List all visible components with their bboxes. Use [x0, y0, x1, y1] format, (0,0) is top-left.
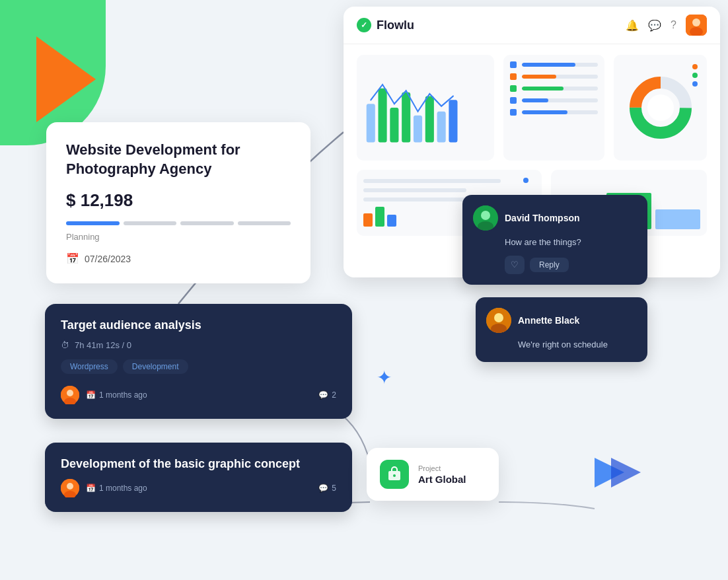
- avatar-inner: [473, 205, 498, 231]
- svg-marker-24: [611, 458, 641, 488]
- header-icons[interactable]: 🔔 💬 ?: [626, 15, 707, 36]
- help-icon[interactable]: ?: [671, 19, 676, 31]
- user-avatar[interactable]: [686, 15, 707, 36]
- v-bar: [387, 215, 396, 227]
- chat-bubble-annette: Annette Black We're right on schedule: [476, 297, 647, 362]
- list-bar-fill: [522, 75, 556, 79]
- task-footer-2: 📅 1 months ago 💬 5: [61, 479, 336, 497]
- list-item: [510, 109, 599, 116]
- mini-bar: [655, 209, 700, 229]
- task-date-value-2: 1 months ago: [99, 484, 147, 493]
- calendar-icon: 📅: [66, 252, 79, 265]
- comments-count-2: 5: [332, 484, 336, 493]
- flowlu-logo: ✓ Flowlu: [357, 18, 414, 32]
- task-comments-2: 💬 5: [318, 484, 336, 493]
- project-bottom-card: Project Art Global: [367, 448, 499, 501]
- list-bar-fill: [522, 63, 575, 67]
- chat-user-row: Annette Black: [486, 308, 637, 333]
- svg-rect-8: [425, 96, 434, 143]
- donut-dot-blue: [692, 81, 698, 87]
- comment-icon-2: 💬: [318, 484, 328, 493]
- reply-button[interactable]: Reply: [530, 258, 569, 272]
- task-card-2: Development of the basic graphic concept…: [45, 443, 352, 512]
- chat-icon[interactable]: 💬: [648, 19, 661, 32]
- like-button[interactable]: ♡: [505, 256, 525, 274]
- donut-dot-orange: [692, 64, 698, 69]
- project-card-title: Website Development for Photography Agen…: [66, 141, 291, 178]
- svg-rect-7: [414, 116, 422, 143]
- list-bar-track: [522, 75, 599, 79]
- task-meta-left-2: 📅 1 months ago: [61, 479, 147, 497]
- sparkle-icon: ✦: [377, 367, 392, 388]
- list-dot: [510, 85, 517, 92]
- list-item: [510, 61, 599, 68]
- comments-count: 2: [332, 390, 336, 400]
- donut-chart-widget: [614, 55, 707, 161]
- progress-segment-inactive: [180, 221, 234, 225]
- chat-username-david: David Thompson: [505, 213, 580, 223]
- svg-point-14: [647, 94, 674, 121]
- svg-rect-10: [449, 100, 457, 142]
- list-dot: [510, 61, 517, 68]
- timer-icon: ⏱: [61, 340, 69, 350]
- chat-bubble-david: David Thompson How are the things? ♡ Rep…: [462, 195, 647, 285]
- svg-rect-6: [402, 92, 410, 143]
- list-item: [510, 73, 599, 80]
- svg-rect-9: [437, 112, 446, 143]
- task-timer-value: 7h 41m 12s / 0: [75, 340, 131, 350]
- donut-dot-green: [692, 73, 698, 78]
- task-comments: 💬 2: [318, 390, 336, 400]
- chat-actions[interactable]: ♡ Reply: [505, 256, 637, 274]
- project-label: Project: [418, 464, 466, 472]
- list-item: [510, 85, 599, 92]
- mini-avatar-dot: [523, 178, 528, 183]
- task-footer: 📅 1 months ago 💬 2: [61, 386, 336, 404]
- list-bar-fill: [522, 110, 568, 114]
- arrow-right-decoration: [595, 454, 634, 488]
- h-line: [363, 179, 501, 183]
- task-meta-left: 📅 1 months ago: [61, 386, 147, 404]
- svg-rect-3: [367, 104, 375, 142]
- list-widget: [503, 55, 605, 161]
- list-dot: [510, 73, 517, 80]
- chat-username-annette: Annette Black: [518, 315, 579, 326]
- task-tags: Wordpress Development: [61, 359, 336, 374]
- list-bar-track: [522, 63, 599, 67]
- project-icon: [380, 460, 409, 489]
- svg-point-19: [494, 313, 503, 322]
- svg-point-16: [481, 211, 490, 220]
- list-dot: [510, 109, 517, 116]
- avatar-inner: [486, 308, 511, 333]
- svg-point-22: [393, 474, 396, 477]
- list-bar-track: [522, 98, 599, 102]
- bell-icon[interactable]: 🔔: [626, 19, 639, 32]
- chat-user-row: David Thompson: [473, 205, 637, 231]
- list-dot: [510, 97, 517, 104]
- chat-avatar-annette: [486, 308, 511, 333]
- v-bar: [375, 207, 384, 227]
- svg-point-29: [67, 483, 73, 489]
- project-name: Art Global: [418, 474, 466, 485]
- chat-message-annette: We're right on schedule: [518, 338, 637, 351]
- user-avatar-small: [61, 386, 79, 404]
- project-date-value: 07/26/2023: [85, 254, 131, 264]
- task-date: 📅 1 months ago: [86, 390, 147, 400]
- flowlu-logo-icon: ✓: [357, 18, 371, 32]
- calendar-icon-small: 📅: [86, 390, 96, 400]
- list-bar-track: [522, 110, 599, 114]
- project-date: 📅 07/26/2023: [66, 252, 291, 265]
- list-bar-track: [522, 87, 599, 91]
- user-avatar-small-2: [61, 479, 79, 497]
- project-info: Project Art Global: [418, 464, 466, 485]
- svg-point-1: [692, 18, 700, 26]
- list-bar-fill: [522, 87, 564, 91]
- chat-avatar-david: [473, 205, 498, 231]
- donut-legend: [692, 64, 698, 87]
- svg-point-26: [67, 390, 73, 396]
- chart-svg: [363, 61, 488, 154]
- project-amount: $ 12,198: [66, 190, 291, 211]
- task-date-value: 1 months ago: [99, 390, 147, 400]
- progress-bar: [66, 221, 291, 225]
- task-title-1: Target audience analysis: [61, 318, 336, 332]
- donut-svg: [628, 75, 694, 141]
